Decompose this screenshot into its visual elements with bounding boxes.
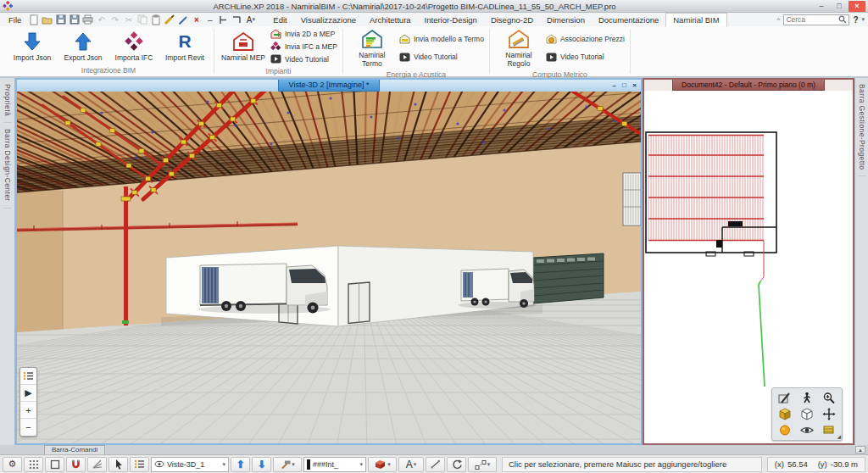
menu-item-edit[interactable]: Edit <box>266 13 293 26</box>
redo-icon[interactable]: ↷ <box>108 14 121 25</box>
video-icon <box>546 53 557 62</box>
view3d-maximize-icon[interactable]: □ <box>620 81 629 90</box>
snap-toggle-button[interactable] <box>66 457 86 472</box>
importa-ifc-button[interactable]: Importa IFC <box>110 31 158 62</box>
floor-up-button[interactable]: ⬆ <box>231 457 250 472</box>
layer-selector[interactable]: ###Int_ ▾ <box>303 457 366 472</box>
invia-modello-termo-button[interactable]: Invia modello a Termo <box>399 34 484 45</box>
snap-corner-icon[interactable] <box>231 14 243 25</box>
view3d-close-icon[interactable]: × <box>630 81 639 90</box>
delete-icon[interactable]: × <box>190 14 203 25</box>
text-style-button[interactable]: A▾ <box>398 457 424 472</box>
video-tutorial-termo-button[interactable]: Video Tutorial <box>399 52 484 63</box>
node-edit-button[interactable]: ▾ <box>468 457 497 472</box>
menu-item-disegno-2d[interactable]: Disegno-2D <box>484 13 540 26</box>
solid-view-tool[interactable] <box>774 406 796 422</box>
menu-item-dimension[interactable]: Dimension <box>540 13 592 26</box>
minimize-icon[interactable]: – <box>813 1 830 12</box>
sidebar-tab-gestione-progetto[interactable]: Barra Gestione-Progetto <box>858 78 866 176</box>
gear-icon: ⚙ <box>8 459 17 470</box>
menu-item-namirial-bim[interactable]: Namirial BIM <box>665 13 726 26</box>
copy-icon[interactable] <box>136 14 148 25</box>
material-button[interactable]: ▾ <box>368 457 397 472</box>
plan2d-canvas[interactable]: ◢ <box>644 91 853 443</box>
build-tools-button[interactable]: ▾ <box>273 457 302 472</box>
zoom-out-button[interactable]: − <box>20 419 36 436</box>
save-as-icon[interactable] <box>68 14 81 25</box>
grid-icon <box>29 459 39 470</box>
wall-radiator <box>623 173 641 225</box>
help-button[interactable]: ? <box>853 15 858 25</box>
search-input[interactable] <box>786 15 838 24</box>
sun-shading-tool[interactable] <box>774 422 796 438</box>
chevron-down-icon: ▾ <box>414 461 417 468</box>
dimension-button[interactable] <box>426 457 445 472</box>
help-dropdown-icon[interactable]: ▾ <box>861 16 865 23</box>
palette-expand-icon[interactable]: ◢ <box>837 433 841 439</box>
selection-list-button[interactable] <box>130 457 149 472</box>
menu-item-visualizzazione[interactable]: Visualizzazione <box>294 13 363 26</box>
namirial-mep-button[interactable]: Namirial MEP <box>220 31 267 62</box>
maximize-icon[interactable]: □ <box>831 1 848 12</box>
plan2d-title-tab[interactable]: Document42 - Default - Primo piano (0 m) <box>672 80 825 91</box>
line-tool-icon[interactable]: – <box>203 14 216 25</box>
sidebar-tab-design-center[interactable]: Barra Design-Center <box>3 123 12 209</box>
menu-item-documentazione[interactable]: Documentazione <box>592 13 665 26</box>
floor-down-button[interactable]: ⬇ <box>252 457 271 472</box>
pencil-icon[interactable] <box>176 14 189 25</box>
snap-perpendicular-icon[interactable] <box>217 14 230 25</box>
paste-icon[interactable] <box>149 14 162 25</box>
text-style-icon[interactable]: A▾ <box>244 14 257 25</box>
zoom-in-button[interactable]: + <box>20 402 36 419</box>
export-json-button[interactable]: Export Json <box>59 31 107 62</box>
menu-item-interior-design[interactable]: Interior-Design <box>418 13 484 26</box>
grid-toggle-button[interactable] <box>24 457 43 472</box>
angle-snap-button[interactable] <box>87 457 107 472</box>
perspective-eye-tool[interactable] <box>796 422 818 438</box>
associazione-prezzi-button[interactable]: Associazione Prezzi <box>546 34 625 45</box>
animation-list-button[interactable] <box>20 368 36 385</box>
invia-2d-mep-button[interactable]: Invia 2D a MEP <box>270 28 337 39</box>
save-icon[interactable] <box>54 14 67 25</box>
view3d-title-tab[interactable]: Viste-3D 2 [Immagine] * <box>278 80 381 92</box>
3d-scene[interactable] <box>17 92 641 443</box>
menu-item-architettura[interactable]: Architettura <box>363 13 418 26</box>
new-document-icon[interactable] <box>27 14 40 25</box>
ribbon-group-computo-metrico: Namirial Regolo Associazione Prezzi Vide… <box>490 26 630 76</box>
open-folder-icon[interactable] <box>41 14 53 25</box>
view3d-minimize-icon[interactable]: – <box>609 81 619 90</box>
menu-file[interactable]: File <box>3 15 26 25</box>
coord-x-label: (x) <box>775 459 784 469</box>
undo-icon[interactable]: ↶ <box>95 14 108 25</box>
zoom-tool[interactable] <box>818 390 840 406</box>
namirial-regolo-button[interactable]: Namirial Regolo <box>495 28 542 68</box>
app-icon <box>3 1 13 11</box>
plan-print-tool[interactable] <box>774 390 796 406</box>
angle-fan-icon <box>92 459 103 470</box>
select-tool-button[interactable] <box>108 457 128 472</box>
scroll-up-icon[interactable]: ▲ <box>855 446 865 454</box>
frame-select-button[interactable] <box>45 457 64 472</box>
rotate-button[interactable] <box>447 457 466 472</box>
view-selector[interactable]: Viste-3D_1 ▾ <box>151 457 229 472</box>
sidebar-tab-barra-comandi[interactable]: Barra-Comandi <box>44 445 105 454</box>
video-tutorial-mep-button[interactable]: Video Tutorial <box>270 53 337 64</box>
import-revit-button[interactable]: R Import Revit <box>161 31 209 62</box>
cut-icon[interactable]: ✂ <box>122 14 135 25</box>
import-json-button[interactable]: Import Json <box>8 31 56 62</box>
wireframe-view-tool[interactable] <box>796 406 818 422</box>
print-icon[interactable] <box>81 14 94 25</box>
ribbon-collapse-icon[interactable]: ^ <box>777 16 781 24</box>
brush-icon[interactable] <box>163 14 175 25</box>
view3d-canvas[interactable]: ▶ + − <box>17 92 641 443</box>
search-icon[interactable] <box>838 15 847 24</box>
pan-tool[interactable] <box>818 406 840 422</box>
namirial-termo-button[interactable]: Namirial Termo <box>348 28 396 68</box>
close-icon[interactable]: × <box>849 1 865 12</box>
settings-button[interactable]: ⚙ <box>3 457 22 472</box>
sidebar-tab-proprieta[interactable]: Proprietà <box>3 78 12 123</box>
invia-ifc-mep-button[interactable]: Invia IFC a MEP <box>270 41 337 52</box>
video-tutorial-regolo-button[interactable]: Video Tutorial <box>546 52 625 63</box>
walk-mode-tool[interactable] <box>796 390 818 406</box>
play-button[interactable]: ▶ <box>20 385 36 402</box>
